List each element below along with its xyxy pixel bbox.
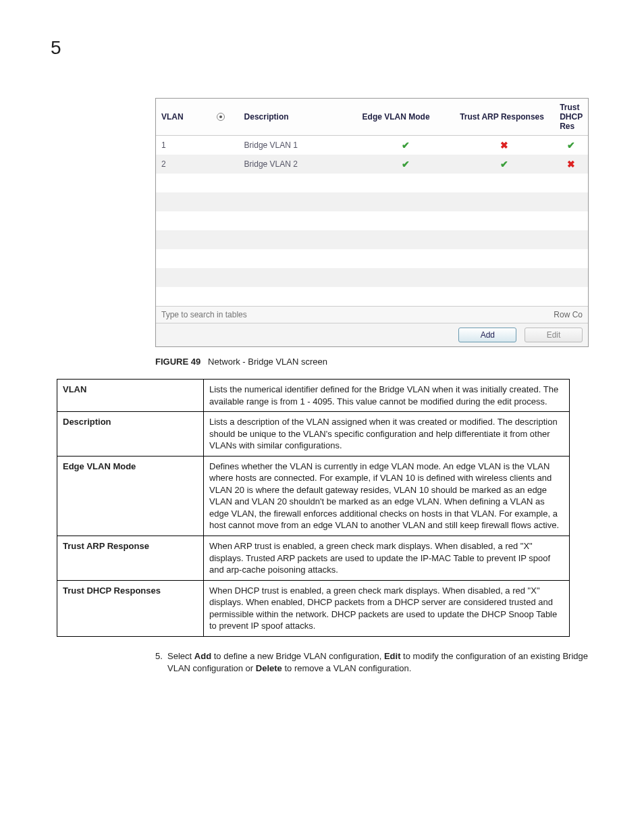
def-desc: Lists a description of the VLAN assigned…: [204, 412, 570, 457]
def-row: Trust DHCP Responses When DHCP trust is …: [57, 580, 570, 636]
cell-description: Bridge VLAN 2: [239, 155, 357, 174]
col-header-sort[interactable]: [211, 99, 239, 136]
def-row: Trust ARP Response When ARP trust is ena…: [57, 536, 570, 581]
check-icon: ✔: [500, 159, 508, 170]
cell-description: Bridge VLAN 1: [239, 136, 357, 155]
cross-icon: ✖: [500, 140, 508, 151]
cell-trust-dhcp: ✖: [554, 155, 588, 174]
def-desc: Lists the numerical identifier defined f…: [204, 380, 570, 412]
instruction-step: 5. Select Add to define a new Bridge VLA…: [155, 650, 599, 675]
table-row: [156, 211, 588, 230]
check-icon: ✔: [567, 140, 575, 151]
check-icon: ✔: [402, 140, 410, 151]
def-term: Trust ARP Response: [57, 536, 204, 581]
def-term: Edge VLAN Mode: [57, 456, 204, 536]
cell-trust-arp: ✖: [454, 136, 554, 155]
def-term: Trust DHCP Responses: [57, 580, 204, 636]
table-row: [156, 230, 588, 249]
def-row: VLAN Lists the numerical identifier defi…: [57, 380, 570, 412]
row-count-label: Row Co: [548, 307, 588, 323]
cell-vlan: 1: [156, 136, 211, 155]
page-number: 5: [51, 37, 61, 59]
def-desc: Defines whether the VLAN is currently in…: [204, 456, 570, 536]
edit-button[interactable]: Edit: [525, 328, 583, 342]
col-header-description[interactable]: Description: [239, 99, 357, 136]
edit-keyword: Edit: [384, 651, 401, 661]
table-row: [156, 174, 588, 192]
table-row: [156, 287, 588, 306]
figure-label: FIGURE 49: [155, 357, 200, 367]
step-number: 5.: [155, 651, 163, 661]
table-row: [156, 249, 588, 268]
add-keyword: Add: [194, 651, 211, 661]
col-header-trust-dhcp[interactable]: Trust DHCP Res: [554, 99, 588, 136]
def-row: Description Lists a description of the V…: [57, 412, 570, 457]
cell-vlan: 2: [156, 155, 211, 174]
table-row[interactable]: 2 Bridge VLAN 2 ✔ ✔ ✖: [156, 155, 588, 174]
def-desc: When ARP trust is enabled, a green check…: [204, 536, 570, 581]
col-header-vlan[interactable]: VLAN: [156, 99, 211, 136]
figure-caption: FIGURE 49 Network - Bridge VLAN screen: [155, 357, 590, 367]
vlan-table: VLAN Description Edge VLAN Mode Trust AR…: [156, 99, 588, 306]
table-row[interactable]: 1 Bridge VLAN 1 ✔ ✖ ✔: [156, 136, 588, 155]
check-icon: ✔: [402, 159, 410, 170]
table-row: [156, 268, 588, 287]
cell-edge-mode: ✔: [357, 136, 455, 155]
table-row: [156, 192, 588, 211]
cell-trust-arp: ✔: [454, 155, 554, 174]
def-row: Edge VLAN Mode Defines whether the VLAN …: [57, 456, 570, 536]
definitions-table: VLAN Lists the numerical identifier defi…: [57, 379, 570, 637]
col-header-edge-mode[interactable]: Edge VLAN Mode: [357, 99, 455, 136]
def-term: Description: [57, 412, 204, 457]
cell-edge-mode: ✔: [357, 155, 455, 174]
cross-icon: ✖: [567, 159, 575, 170]
col-header-trust-arp[interactable]: Trust ARP Responses: [454, 99, 554, 136]
sort-indicator-icon: [217, 113, 225, 121]
cell-trust-dhcp: ✔: [554, 136, 588, 155]
table-search-input[interactable]: [156, 307, 548, 323]
delete-keyword: Delete: [256, 663, 282, 673]
def-desc: When DHCP trust is enabled, a green chec…: [204, 580, 570, 636]
bridge-vlan-screenshot: VLAN Description Edge VLAN Mode Trust AR…: [155, 98, 590, 347]
add-button[interactable]: Add: [458, 328, 516, 342]
figure-title: Network - Bridge VLAN screen: [208, 357, 327, 367]
def-term: VLAN: [57, 380, 204, 412]
